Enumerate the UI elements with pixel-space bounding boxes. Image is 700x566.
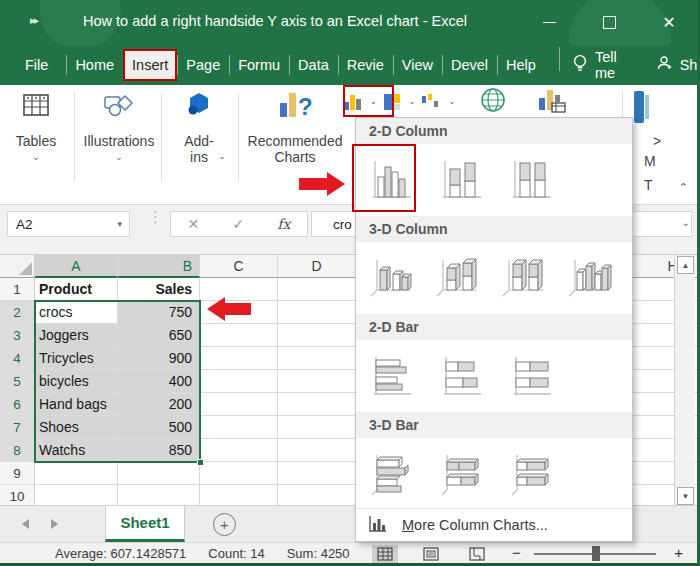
pivotchart-icon[interactable] (537, 86, 567, 118)
tables-button[interactable]: Tables ⌄ (8, 89, 64, 162)
cell[interactable] (200, 370, 278, 393)
cell-a6[interactable]: Hand bags (35, 393, 118, 416)
cell[interactable] (278, 324, 356, 347)
share-button[interactable]: Share (657, 55, 700, 75)
cell[interactable] (278, 439, 356, 462)
row-header[interactable]: 6 (0, 393, 35, 416)
insert-column-chart-icon[interactable] (344, 94, 361, 110)
tab-help[interactable]: Help (497, 51, 545, 79)
cell-b4[interactable]: 900 (118, 347, 200, 370)
cell-b1[interactable]: Sales (118, 278, 200, 301)
chevron-down-icon[interactable]: ⌄ (448, 97, 455, 106)
tab-insert[interactable]: Insert (123, 49, 177, 81)
sheet-tab-sheet1[interactable]: Sheet1 (105, 506, 185, 542)
recommended-charts-button[interactable]: ? Recommended Charts (243, 89, 347, 165)
cell[interactable] (200, 324, 278, 347)
cell-a3[interactable]: Joggers (35, 324, 118, 347)
row-header[interactable]: 8 (0, 439, 35, 462)
cell-b7[interactable]: 500 (118, 416, 200, 439)
maps-icon[interactable] (480, 87, 506, 117)
row-header[interactable]: 2 (0, 301, 35, 324)
clustered-bar-icon[interactable] (364, 348, 419, 404)
cell-a5[interactable]: bicycles (35, 370, 118, 393)
expand-formula-bar-icon[interactable]: ⌄ (682, 217, 690, 228)
scroll-up-icon[interactable]: ▲ (677, 256, 694, 274)
column-header-b[interactable]: B (118, 255, 200, 278)
collapse-ribbon-icon[interactable]: ⌃ (679, 181, 688, 194)
page-break-preview-icon[interactable] (464, 545, 490, 563)
normal-view-icon[interactable] (372, 545, 398, 563)
select-all-corner[interactable] (0, 255, 35, 278)
zoom-out-icon[interactable]: − (512, 544, 521, 561)
maximize-button[interactable] (596, 10, 622, 36)
stacked-100-column-3d-icon[interactable] (496, 250, 551, 306)
tab-page-layout[interactable]: Page (177, 51, 229, 79)
tab-data[interactable]: Data (289, 51, 338, 79)
insert-hierarchy-chart-icon[interactable] (384, 94, 400, 110)
add-ins-button[interactable]: Add-ins ⌄ (168, 89, 230, 161)
zoom-in-icon[interactable]: + (674, 544, 683, 561)
row-header[interactable]: 1 (0, 278, 35, 301)
row-header[interactable]: 5 (0, 370, 35, 393)
insert-function-icon[interactable]: fx (277, 216, 290, 232)
row-header[interactable]: 4 (0, 347, 35, 370)
cell-b2[interactable]: 750 (118, 301, 200, 324)
name-box[interactable]: A2 ▾ (7, 211, 130, 237)
vertical-scrollbar[interactable]: ▲ ▼ (674, 255, 695, 507)
cell[interactable] (35, 462, 118, 485)
cell-b5[interactable]: 400 (118, 370, 200, 393)
row-header[interactable]: 7 (0, 416, 35, 439)
column-3d-icon[interactable] (562, 250, 617, 306)
cell[interactable] (278, 301, 356, 324)
column-header-d[interactable]: D (278, 255, 356, 278)
cell[interactable] (278, 278, 356, 301)
tell-me-box[interactable]: Tell me (559, 49, 617, 81)
clustered-column-icon[interactable] (364, 152, 419, 208)
stacked-column-3d-icon[interactable] (430, 250, 485, 306)
tab-developer[interactable]: Devel (442, 51, 497, 79)
tab-view[interactable]: View (393, 51, 442, 79)
insert-waterfall-chart-icon[interactable] (422, 94, 439, 110)
cell[interactable] (200, 462, 278, 485)
cell[interactable] (200, 439, 278, 462)
chevron-down-icon[interactable]: ▾ (117, 219, 122, 229)
cell-b6[interactable]: 200 (118, 393, 200, 416)
more-chevron-icon[interactable]: > (653, 133, 661, 149)
cell-b8[interactable]: 850 (118, 439, 200, 462)
cell[interactable] (278, 393, 356, 416)
cell-b3[interactable]: 650 (118, 324, 200, 347)
illustrations-button[interactable]: Illustrations ⌄ (80, 89, 158, 162)
sheet-nav-right-icon[interactable] (51, 519, 58, 529)
cell[interactable] (278, 370, 356, 393)
cell[interactable] (278, 347, 356, 370)
tab-formulas[interactable]: Formu (229, 51, 289, 79)
cell-a4[interactable]: Tricycles (35, 347, 118, 370)
tab-file[interactable]: File (16, 51, 66, 79)
scroll-down-icon[interactable]: ▼ (677, 487, 694, 505)
fill-handle[interactable] (197, 459, 204, 466)
cell[interactable] (200, 393, 278, 416)
stacked-100-bar-3d-icon[interactable] (504, 446, 559, 502)
close-button[interactable]: ✕ (656, 10, 682, 36)
zoom-slider-handle[interactable] (592, 546, 600, 561)
clustered-column-3d-icon[interactable] (364, 250, 419, 306)
stacked-bar-3d-icon[interactable] (434, 446, 489, 502)
cell[interactable] (278, 462, 356, 485)
active-cell-a2[interactable]: crocs (35, 301, 118, 324)
row-header[interactable]: 3 (0, 324, 35, 347)
column-header-a[interactable]: A (35, 255, 118, 278)
cancel-icon[interactable]: ✕ (188, 216, 200, 232)
cell[interactable] (118, 462, 200, 485)
minimize-button[interactable] (536, 10, 562, 36)
stacked-column-icon[interactable] (434, 152, 489, 208)
tour-3d-map-icon[interactable] (634, 91, 650, 125)
sheet-nav-left-icon[interactable] (22, 519, 29, 529)
tab-review[interactable]: Revie (338, 51, 393, 79)
column-header-c[interactable]: C (200, 255, 278, 278)
stacked-bar-icon[interactable] (434, 348, 489, 404)
cell[interactable] (200, 347, 278, 370)
cell-a1[interactable]: Product (35, 278, 118, 301)
stacked-100-bar-icon[interactable] (504, 348, 559, 404)
row-header[interactable]: 9 (0, 462, 35, 485)
cell[interactable] (278, 416, 356, 439)
